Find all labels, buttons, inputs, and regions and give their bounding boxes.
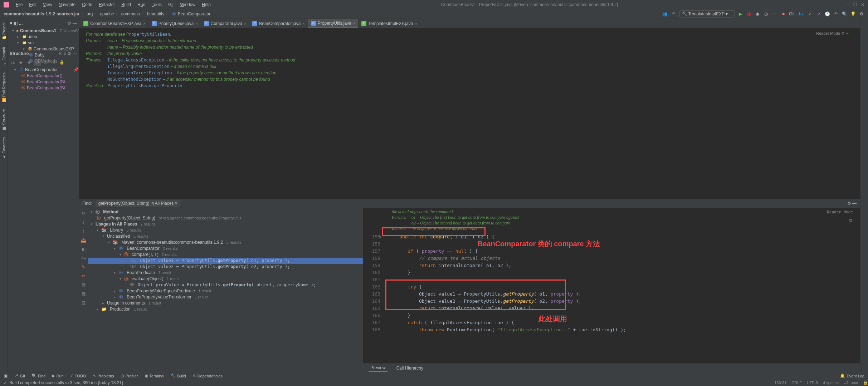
status-profiler[interactable]: ◷Profiler — [121, 373, 138, 378]
usages-root[interactable]: Usages in All Places — [96, 222, 137, 227]
run-icon[interactable]: ▶ — [737, 11, 743, 17]
expand-icon[interactable]: ▥ — [80, 299, 87, 306]
status-todo[interactable]: ✓TODO — [70, 373, 86, 378]
settings-icon[interactable]: ⚙ — [859, 11, 864, 17]
method-2[interactable]: BeanComparator(St — [27, 85, 65, 90]
down-icon[interactable]: ↓ — [80, 219, 87, 226]
git-commit-icon[interactable]: ✓ — [807, 11, 813, 17]
cbm-class[interactable]: CBMethods — [35, 59, 57, 64]
group-icon[interactable]: ▦ — [80, 290, 87, 297]
event-log[interactable]: 🔔 Event Log — [840, 373, 864, 378]
concurrency-icon[interactable]: ⋯ — [772, 11, 777, 17]
favorites-tool[interactable]: ★ Favorites — [1, 135, 7, 161]
search-icon[interactable]: 🔍 — [842, 11, 847, 17]
close-icon[interactable]: × — [143, 21, 145, 26]
breadcrumb-commons[interactable]: commons — [121, 11, 140, 16]
menu-run[interactable]: Run — [135, 1, 148, 8]
menu-build[interactable]: Build — [118, 1, 134, 8]
back-icon[interactable]: ↶ — [671, 11, 677, 17]
usage-164[interactable]: 164 Object value2 = PropertyUtils.getPro… — [88, 264, 363, 270]
project-root[interactable]: CommonsBeans1 — [20, 28, 56, 33]
structure-tool[interactable]: ▦ Structure — [1, 107, 7, 133]
code-editor[interactable]: Reader Mode ⧉ the actual objects will be… — [363, 208, 860, 363]
menu-git[interactable]: Git — [165, 1, 176, 8]
settings-icon[interactable]: ⧉ — [849, 217, 852, 224]
status-run[interactable]: ▶Run — [52, 373, 63, 378]
usage-163[interactable]: 163 Object value1 = PropertyUtils.getPro… — [88, 258, 363, 264]
tips-icon[interactable]: 💡 — [850, 11, 856, 17]
gear-icon[interactable]: ⚙ — [841, 31, 845, 35]
caret-pos[interactable]: 160:31 — [775, 381, 787, 385]
usages-bc[interactable]: BeanComparator — [127, 246, 159, 251]
status-sq-icon[interactable]: ▣ — [4, 373, 8, 378]
menu-edit[interactable]: Edit — [26, 1, 39, 8]
baby-class[interactable]: Baby — [35, 53, 44, 58]
preview-tab[interactable]: Preview — [369, 364, 387, 372]
find-settings-icon[interactable]: ⚙ — — [847, 201, 857, 206]
git-branch[interactable]: ⎇ main — [844, 380, 858, 385]
usages-compare[interactable]: compare(T, T) — [132, 252, 158, 257]
call-hierarchy-tab[interactable]: Call Hierarchy — [395, 365, 425, 372]
menu-help[interactable]: Help — [199, 1, 214, 8]
usage-method[interactable]: getProperty(Object, String) — [104, 216, 155, 221]
src-folder[interactable]: src — [28, 40, 34, 45]
hide-icon[interactable]: — — [73, 21, 77, 26]
idea-folder[interactable]: .idea — [28, 34, 37, 39]
close-icon[interactable]: × — [244, 21, 246, 26]
reader-mode-toggle[interactable]: Reader Mode ⚙ ✓ — [816, 30, 849, 36]
cut-icon[interactable]: ✂ — [80, 272, 87, 279]
git-history-icon[interactable]: 🕐 — [824, 11, 830, 17]
contrib-icon[interactable]: 👥 — [662, 11, 668, 17]
indent[interactable]: 4 spaces — [823, 381, 839, 385]
stop-icon[interactable]: ■ — [780, 11, 786, 17]
breadcrumb-beanutils[interactable]: beanutils — [147, 11, 164, 16]
method-1[interactable]: BeanComparator(St — [27, 79, 65, 84]
layout-icon[interactable]: ◧ — [80, 246, 87, 253]
coverage-icon[interactable]: ◉ — [755, 11, 760, 17]
menu-refactor[interactable]: Refactor — [96, 1, 118, 8]
menu-window[interactable]: Window — [177, 1, 198, 8]
find-query[interactable]: getProperty(Object, String) in All Place… — [96, 200, 180, 207]
usage-68[interactable]: 68 Object propValue = PropertyUtils.getP… — [88, 282, 363, 288]
minimize-button[interactable]: — — [845, 2, 850, 7]
menu-code[interactable]: Code — [79, 1, 95, 8]
usages-prod[interactable]: Production — [110, 307, 130, 312]
status-terminal[interactable]: ▣Terminal — [145, 373, 165, 378]
lock-icon[interactable]: 🔒 — [863, 380, 868, 385]
git-update-icon[interactable]: ⬇↙ — [799, 11, 804, 17]
close-icon[interactable]: × — [195, 21, 198, 26]
project-tool[interactable]: 📁 Project — [1, 21, 7, 42]
breadcrumb-class[interactable]: BeanComparator — [178, 11, 210, 16]
breadcrumb-jar[interactable]: commons-beanutils-1.9.2-sources.jar — [4, 11, 79, 16]
encoding[interactable]: UTF-8 — [807, 381, 818, 385]
tab-comparator[interactable]: CComparator.java× — [201, 19, 249, 28]
usages-comments[interactable]: Usage in comments — [107, 301, 145, 306]
git-push-icon[interactable]: ↗ — [816, 11, 821, 17]
usages-eval[interactable]: evaluate(Object) — [132, 276, 163, 281]
tab-commons[interactable]: CCommonsBeans1EXP.java× — [81, 19, 149, 28]
status-deps[interactable]: ⚛Dependencies — [192, 373, 223, 378]
export-icon[interactable]: 📤 — [80, 237, 87, 244]
usages-lib[interactable]: Library — [110, 228, 123, 233]
menu-file[interactable]: File — [13, 1, 25, 8]
git-revert-icon[interactable]: ↶ — [833, 11, 839, 17]
ant-icon[interactable]: 🐜 — [80, 254, 87, 262]
menu-navigate[interactable]: Navigate — [56, 1, 78, 8]
usages-bp[interactable]: BeanPredicate — [127, 270, 155, 275]
tab-propertyutils[interactable]: CPropertyUtils.java× — [308, 19, 359, 28]
close-icon[interactable]: × — [353, 21, 355, 25]
tab-priority[interactable]: CPriorityQueue.java× — [149, 19, 201, 28]
close-icon[interactable]: × — [175, 201, 177, 206]
menu-view[interactable]: View — [40, 1, 55, 8]
filter-icon[interactable]: ▤ — [80, 281, 87, 288]
status-problems[interactable]: ⚠Problems — [92, 373, 114, 378]
pen-icon[interactable]: ✎ — [80, 263, 87, 271]
close-icon[interactable]: × — [415, 21, 417, 26]
tab-beancomparator[interactable]: CBeanComparator.java× — [249, 19, 308, 28]
close-button[interactable]: ✕ — [861, 2, 864, 7]
usages-maven[interactable]: Maven: commons-beanutils:commons-beanuti… — [121, 240, 223, 245]
usages-unclassified[interactable]: Unclassified — [107, 234, 130, 239]
status-git[interactable]: ⎇Git — [14, 373, 25, 378]
method-0[interactable]: BeanComparator() — [27, 73, 62, 78]
profile-icon[interactable]: ◷ — [763, 11, 769, 17]
